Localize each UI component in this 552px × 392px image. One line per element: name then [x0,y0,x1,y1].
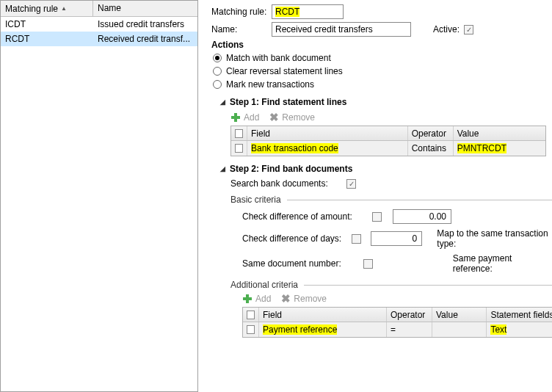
add-label: Add [244,112,259,123]
select-all-checkbox[interactable] [243,308,259,322]
step2-header[interactable]: ◢ Step 2: Find bank documents [220,164,552,174]
name-label: Name: [211,24,272,35]
rule-name: Issued credit transfers [93,19,197,29]
step2-title: Step 2: Find bank documents [230,164,352,174]
header-value[interactable]: Value [454,126,545,140]
amount-diff-checkbox[interactable] [372,212,382,222]
map-same-type-label: Map to the same transaction type: [437,228,549,249]
step1-header[interactable]: ◢ Step 1: Find statement lines [220,97,552,107]
header-operator[interactable]: Operator [408,126,454,140]
amount-diff-value: 0.00 [429,211,446,222]
remove-button[interactable]: ✖ Remove [269,112,315,123]
collapse-icon: ◢ [220,165,225,173]
amount-diff-label: Check difference of amount: [242,211,363,222]
rules-list-header: Matching rule ▲ Name [1,1,197,17]
step1-block: ◢ Step 1: Find statement lines Add ✖ Rem… [211,97,552,156]
step2-table: Field Operator Value Statement fields Pa… [242,307,552,338]
matching-rule-value: RCDT [275,7,299,17]
amount-diff-input[interactable]: 0.00 [393,209,451,224]
radio-mark-new-transactions[interactable]: Mark new transactions [211,79,552,90]
header-name-label: Name [98,3,121,13]
additional-criteria-title: Additional criteria [230,280,298,290]
add-button[interactable]: Add [230,112,259,123]
operator-value: Contains [408,141,454,156]
same-payment-ref-label: Same payment reference: [453,253,548,274]
days-diff-input[interactable]: 0 [371,231,422,246]
operator-value: = [387,322,432,337]
step1-table: Field Operator Value Bank transaction co… [230,126,546,156]
actions-title: Actions [211,40,552,50]
search-bank-documents-checkbox[interactable]: ✓ [346,179,356,189]
value-value: PMNTRCDT [457,143,506,153]
rule-code: ICDT [1,19,93,29]
radio-icon [213,80,222,89]
name-value: Received credit transfers [275,24,373,35]
step2-block: ◢ Step 2: Find bank documents Search ban… [211,164,552,338]
divider [287,200,552,200]
divider [304,285,552,286]
detail-pane: Matching rule: RCDT Name: Received credi… [198,0,552,392]
sort-ascending-icon: ▲ [61,5,67,12]
rules-list: Matching rule ▲ Name ICDT Issued credit … [0,0,198,392]
basic-criteria-title: Basic criteria [230,195,281,205]
remove-button[interactable]: ✖ Remove [281,293,327,304]
header-operator[interactable]: Operator [387,308,432,322]
header-matching-rule-label: Matching rule [5,4,58,14]
row-checkbox[interactable] [243,322,259,337]
radio-label: Clear reversal statement lines [226,66,343,76]
table-row[interactable]: Bank transaction code Contains PMNTRCDT [231,141,545,156]
collapse-icon: ◢ [220,98,225,106]
header-statement-fields[interactable]: Statement fields [487,308,552,322]
add-button[interactable]: Add [242,294,271,304]
select-all-checkbox[interactable] [231,126,247,140]
field-value: Bank transaction code [251,143,338,153]
name-input[interactable]: Received credit transfers [272,22,411,37]
same-doc-number-label: Same document number: [242,258,355,269]
remove-label: Remove [282,112,315,123]
radio-icon [213,67,222,76]
search-bank-documents-label: Search bank documents: [230,178,342,189]
radio-icon [213,54,222,62]
header-value[interactable]: Value [432,308,487,322]
days-diff-label: Check difference of days: [242,233,345,244]
header-field[interactable]: Field [247,126,408,140]
matching-rule-input[interactable]: RCDT [272,4,344,19]
rule-name: Received credit transf... [93,34,197,44]
active-checkbox[interactable]: ✓ [464,25,473,35]
add-label: Add [255,294,271,304]
value-value [432,322,487,337]
row-checkbox[interactable] [231,141,247,156]
radio-label: Match with bank document [226,53,331,63]
rules-list-row[interactable]: RCDT Received credit transf... [1,32,197,46]
days-diff-checkbox[interactable] [352,234,361,244]
radio-label: Mark new transactions [226,79,314,90]
plus-icon [242,294,253,304]
radio-clear-reversal[interactable]: Clear reversal statement lines [211,66,552,76]
active-label: Active: [433,24,460,35]
matching-rule-label: Matching rule: [211,7,272,17]
header-matching-rule[interactable]: Matching rule ▲ [1,1,93,16]
stmt-field-value: Text [490,324,506,335]
header-field[interactable]: Field [259,308,387,322]
radio-match-bank-document[interactable]: Match with bank document [211,53,552,63]
days-diff-value: 0 [413,233,418,244]
field-value: Payment reference [263,324,337,335]
same-doc-number-checkbox[interactable] [363,259,373,269]
header-name[interactable]: Name [93,1,197,16]
x-icon: ✖ [281,293,291,304]
remove-label: Remove [294,294,327,304]
table-row[interactable]: Payment reference = Text [243,322,552,337]
plus-icon [230,112,241,123]
rule-code: RCDT [1,34,93,44]
step1-title: Step 1: Find statement lines [230,97,346,107]
rules-list-row[interactable]: ICDT Issued credit transfers [1,17,197,32]
x-icon: ✖ [269,112,279,123]
